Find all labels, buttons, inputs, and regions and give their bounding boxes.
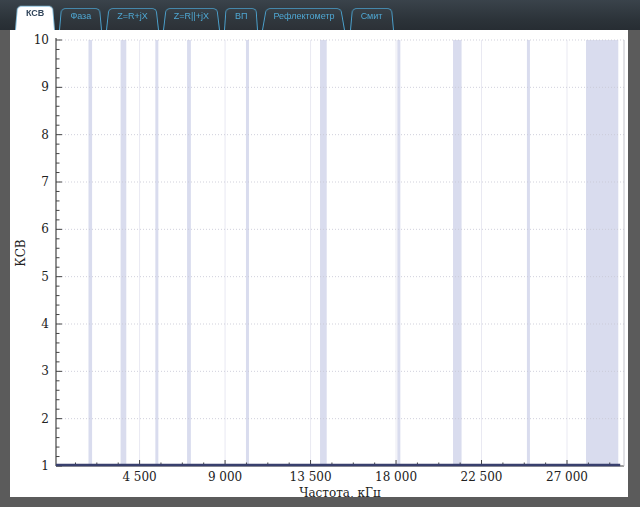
tab-2[interactable]: Фаза bbox=[59, 6, 102, 30]
tab-label: Смит bbox=[361, 11, 383, 21]
x-tick-label: 13 500 bbox=[290, 470, 332, 484]
x-tick-label: 27 000 bbox=[546, 470, 588, 484]
band-region bbox=[121, 40, 127, 466]
band-region bbox=[187, 40, 191, 466]
y-tick-label: 8 bbox=[41, 128, 49, 142]
y-tick-label: 6 bbox=[41, 222, 49, 236]
y-tick-label: 7 bbox=[41, 175, 49, 189]
swr-chart: 123456789104 5009 00013 50018 00022 5002… bbox=[10, 30, 628, 497]
tab-label: Z=R+jX bbox=[117, 11, 148, 21]
tab-1[interactable]: КСВ bbox=[15, 3, 55, 30]
y-tick-label: 3 bbox=[41, 364, 49, 378]
band-region bbox=[88, 40, 92, 466]
tab-label: Фаза bbox=[70, 11, 91, 21]
band-region bbox=[586, 40, 618, 466]
grid-lines bbox=[56, 40, 624, 466]
x-axis: 4 5009 00013 50018 00022 50027 000 bbox=[56, 40, 624, 484]
y-tick-label: 1 bbox=[41, 459, 49, 473]
y-axis: 12345678910 bbox=[34, 33, 62, 473]
band-region bbox=[246, 40, 249, 466]
band-regions bbox=[88, 40, 618, 466]
tab-4[interactable]: Z=R||+jX bbox=[163, 6, 220, 30]
x-axis-title: Частота, кГц bbox=[299, 486, 381, 497]
band-region bbox=[527, 40, 530, 466]
analyzer-window: { "tabs": { "items": [ {"label": "КСВ", … bbox=[0, 0, 640, 507]
y-tick-label: 4 bbox=[41, 317, 49, 331]
band-region bbox=[397, 40, 400, 466]
y-axis-title: КСВ bbox=[14, 239, 28, 266]
x-tick-label: 4 500 bbox=[122, 470, 156, 484]
tab-7[interactable]: Смит bbox=[350, 6, 394, 30]
tab-5[interactable]: ВП bbox=[224, 6, 258, 30]
tab-label: Z=R||+jX bbox=[174, 11, 209, 21]
tab-label: ВП bbox=[235, 11, 247, 21]
x-tick-label: 22 500 bbox=[461, 470, 503, 484]
y-tick-label: 9 bbox=[41, 80, 49, 94]
y-tick-label: 2 bbox=[41, 412, 49, 426]
band-region bbox=[155, 40, 158, 466]
band-region bbox=[453, 40, 462, 466]
y-tick-label: 10 bbox=[34, 33, 49, 47]
tab-label: Рефлектометр bbox=[273, 11, 334, 21]
tab-label: КСВ bbox=[26, 8, 44, 18]
band-region bbox=[320, 40, 327, 466]
x-tick-label: 9 000 bbox=[208, 470, 242, 484]
y-tick-label: 5 bbox=[41, 270, 49, 284]
x-tick-label: 18 000 bbox=[375, 470, 417, 484]
tab-6[interactable]: Рефлектометр bbox=[262, 6, 345, 30]
tab-bar: КСВФазаZ=R+jXZ=R||+jXВПРефлектометрСмит bbox=[0, 0, 640, 30]
tab-3[interactable]: Z=R+jX bbox=[106, 6, 159, 30]
chart-panel: 123456789104 5009 00013 50018 00022 5002… bbox=[10, 30, 628, 497]
